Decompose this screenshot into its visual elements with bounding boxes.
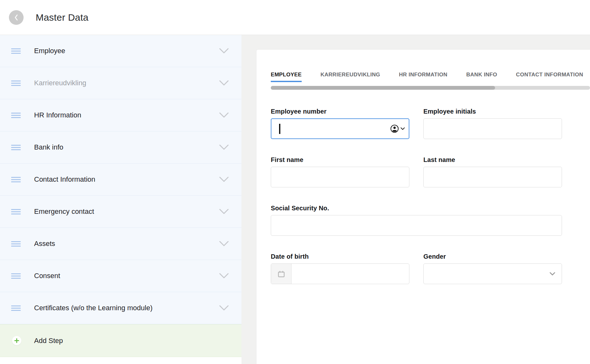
sidebar-step-row[interactable]: Certificates (w/o the Learning module) [0,292,241,324]
step-label: Consent [34,272,219,280]
date-of-birth-field[interactable] [291,264,409,284]
add-step-label: Add Step [34,337,63,345]
drag-handle-icon[interactable] [11,113,21,118]
sidebar-step-row[interactable]: Consent [0,260,241,292]
drag-handle-icon[interactable] [11,177,21,182]
employee-number-field[interactable] [271,119,390,138]
chevron-down-icon[interactable] [219,48,229,54]
tabs-scrollbar-track[interactable] [271,86,590,90]
ssn-label: Social Security No. [271,205,562,212]
chevron-down-icon[interactable] [219,273,229,279]
chevron-down-icon[interactable] [219,177,229,182]
step-label: Bank info [34,143,219,151]
tabs-scrollbar-thumb[interactable] [271,86,495,90]
gender-value[interactable] [424,264,550,284]
drag-handle-icon[interactable] [11,80,21,86]
drag-handle-icon[interactable] [11,48,21,54]
first-name-input[interactable] [271,167,409,187]
page-header: Master Data [0,0,590,35]
employee-initials-label: Employee initials [423,108,562,115]
gender-select[interactable] [423,263,562,284]
chevron-down-icon[interactable] [219,305,229,311]
drag-handle-icon[interactable] [11,305,21,311]
employee-number-input[interactable] [271,118,409,139]
tab-karriereudvikling[interactable]: KARRIEREUDVIKLING [320,72,380,82]
plus-icon [12,336,21,345]
sidebar-step-row[interactable]: HR Information [0,99,241,131]
field-employee-number: Employee number [271,108,409,139]
drag-handle-icon[interactable] [11,241,21,247]
ssn-input[interactable] [271,215,562,236]
tab-contact-information[interactable]: CONTACT INFORMATION [516,72,583,82]
chevron-down-icon[interactable] [219,144,229,150]
step-label: Contact Information [34,175,219,184]
chevron-down-icon[interactable] [219,209,229,214]
step-label: Certificates (w/o the Learning module) [34,304,219,312]
chevron-down-icon[interactable] [219,80,229,86]
employee-initials-input[interactable] [423,118,562,139]
field-last-name: Last name [423,156,562,187]
chevron-down-icon [550,272,562,276]
tab-employee[interactable]: EMPLOYEE [271,72,302,82]
step-label: Emergency contact [34,207,219,216]
calendar-icon [277,270,285,278]
sidebar-step-row[interactable]: Bank info [0,131,241,164]
add-step-button[interactable]: Add Step [0,324,241,357]
step-label: HR Information [34,111,219,119]
text-cursor [279,124,280,134]
chevron-down-icon[interactable] [219,112,229,118]
sidebar-step-row[interactable]: Employee [0,35,241,67]
steps-sidebar: EmployeeKarriereudviklingHR InformationB… [0,35,241,364]
page-title: Master Data [36,12,89,23]
sidebar-step-row[interactable]: Karriereudvikling [0,67,241,99]
step-label: Employee [34,47,219,55]
step-label: Karriereudvikling [34,79,219,87]
chevron-left-icon [14,14,19,21]
employee-number-label: Employee number [271,108,409,115]
sidebar-step-row[interactable]: Contact Information [0,164,241,196]
form-card: EMPLOYEEKARRIEREUDVIKLINGHR INFORMATIONB… [256,49,590,364]
content-area: EMPLOYEEKARRIEREUDVIKLINGHR INFORMATIONB… [241,35,590,364]
chevron-down-icon[interactable] [219,241,229,247]
sidebar-step-row[interactable]: Assets [0,228,241,260]
drag-handle-icon[interactable] [11,145,21,150]
back-button[interactable] [9,10,24,25]
tab-hr-information[interactable]: HR INFORMATION [399,72,447,82]
step-label: Assets [34,240,219,248]
chevron-down-icon [400,127,405,130]
tab-bar: EMPLOYEEKARRIEREUDVIKLINGHR INFORMATIONB… [271,72,590,82]
field-date-of-birth: Date of birth [271,253,409,284]
last-name-label: Last name [423,156,562,164]
drag-handle-icon[interactable] [11,209,21,214]
drag-handle-icon[interactable] [11,273,21,279]
calendar-addon[interactable] [271,264,291,284]
gender-label: Gender [423,253,562,260]
field-employee-initials: Employee initials [423,108,562,139]
field-gender: Gender [423,253,562,284]
tab-bank-info[interactable]: BANK INFO [466,72,497,82]
employee-number-picker[interactable] [390,124,409,133]
sidebar-step-row[interactable]: Emergency contact [0,196,241,228]
field-ssn: Social Security No. [271,205,562,236]
date-of-birth-label: Date of birth [271,253,409,260]
user-circle-icon [390,124,399,133]
field-first-name: First name [271,156,409,187]
master-data-screen: Master Data EmployeeKarriereudviklingHR … [0,0,590,364]
steps-list: EmployeeKarriereudviklingHR InformationB… [0,35,241,324]
employee-form: Employee number [271,108,562,284]
first-name-label: First name [271,156,409,164]
last-name-input[interactable] [423,167,562,187]
date-of-birth-input[interactable] [271,263,409,284]
